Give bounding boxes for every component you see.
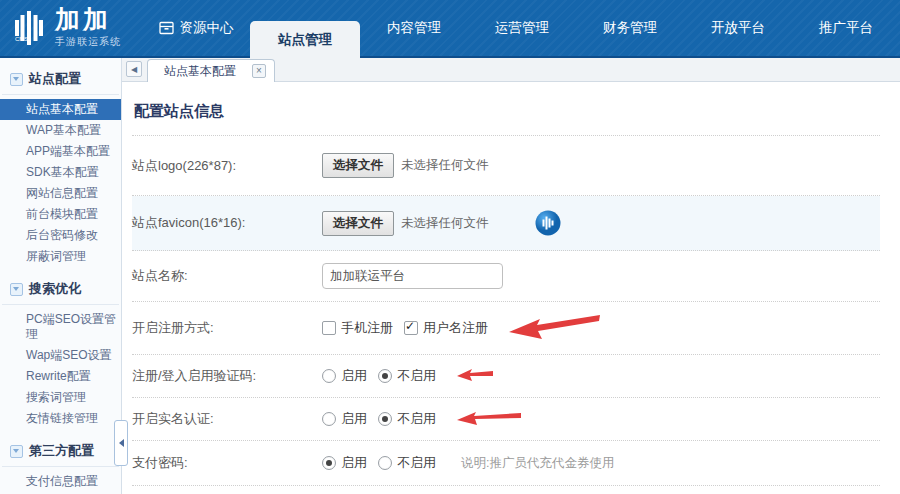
checkbox-option[interactable]: 用户名注册	[404, 319, 488, 337]
choose-file-button[interactable]: 选择文件	[322, 211, 394, 236]
sidebar: 站点配置站点基本配置WAP基本配置APP端基本配置SDK基本配置网站信息配置前台…	[0, 58, 122, 494]
logo-icon: CMS	[10, 8, 48, 48]
page-title: 配置站点信息	[134, 102, 880, 121]
form-row: 站点名称:	[132, 251, 880, 302]
radio-icon[interactable]	[378, 369, 392, 383]
top-nav-label: 站点管理	[278, 31, 332, 49]
field-label: 注册/登入启用验证码:	[132, 367, 322, 385]
logo-badge: CMS	[15, 36, 28, 42]
option-label: 用户名注册	[423, 319, 488, 337]
field-note: 说明:推广员代充代金券使用	[461, 455, 614, 472]
sidebar-section-title: 第三方配置	[29, 442, 94, 460]
top-nav-label: 财务管理	[603, 19, 657, 37]
sidebar-item[interactable]: 搜索词管理	[0, 387, 121, 408]
sidebar-item[interactable]: WAP基本配置	[0, 120, 121, 141]
top-nav-item-5[interactable]: 财务管理	[576, 0, 684, 56]
option-label: 启用	[341, 367, 367, 385]
radio-icon[interactable]	[322, 412, 336, 426]
sidebar-item[interactable]: 站点基本配置	[0, 99, 121, 120]
sidebar-item[interactable]: Rewrite配置	[0, 366, 121, 387]
field-controls: 手机注册用户名注册	[322, 315, 602, 341]
section-collapse-icon	[10, 445, 23, 458]
sidebar-collapse-handle[interactable]	[114, 420, 128, 466]
tab-scroll-back-icon[interactable]: ◀	[126, 61, 142, 77]
close-icon[interactable]: ×	[252, 64, 266, 78]
checkbox-option[interactable]: 手机注册	[322, 319, 393, 337]
config-form: 站点logo(226*87):选择文件未选择任何文件站点favicon(16*1…	[132, 135, 880, 494]
sidebar-section-items: PC端SEO设置管理Wap端SEO设置Rewrite配置搜索词管理友情链接管理	[0, 309, 121, 429]
sidebar-section-header[interactable]: 第三方配置	[2, 437, 119, 467]
radio-icon[interactable]	[378, 412, 392, 426]
radio-option[interactable]: 启用	[322, 454, 367, 472]
tab-strip: ◀ 站点基本配置 ×	[122, 58, 900, 82]
annotation-arrow-icon	[455, 409, 523, 425]
form-row: 站点logo(226*87):选择文件未选择任何文件	[132, 135, 880, 196]
field-controls: 启用不启用	[322, 410, 523, 428]
logo-subtitle: 手游联运系统	[55, 35, 121, 49]
form-row: 站点favicon(16*16):选择文件未选择任何文件	[132, 196, 880, 251]
section-collapse-icon	[10, 73, 23, 86]
logo: CMS 加加 手游联运系统	[0, 0, 142, 56]
sidebar-section-header[interactable]: 搜索优化	[2, 275, 119, 305]
field-label: 开启注册方式:	[132, 319, 322, 337]
sidebar-section-items: 支付信息配置短信信息配置发送邮件配置Ucenter配置	[0, 471, 121, 494]
sidebar-item[interactable]: 屏蔽词管理	[0, 246, 121, 267]
radio-icon[interactable]	[378, 456, 392, 470]
annotation-arrow-icon	[507, 313, 602, 339]
favicon-preview	[535, 210, 561, 236]
radio-option[interactable]: 不启用	[378, 454, 436, 472]
section-collapse-icon	[10, 283, 23, 296]
form-row: 开启实名认证:启用不启用	[132, 398, 880, 441]
field-controls: 启用不启用说明:推广员代充代金券使用	[322, 454, 614, 472]
sidebar-item[interactable]: 前台模块配置	[0, 204, 121, 225]
field-label: 站点logo(226*87):	[132, 157, 322, 175]
sidebar-section-header[interactable]: 站点配置	[2, 65, 119, 95]
option-label: 不启用	[397, 410, 436, 428]
sidebar-item[interactable]: 后台密码修改	[0, 225, 121, 246]
radio-option[interactable]: 启用	[322, 367, 367, 385]
radio-icon[interactable]	[322, 456, 336, 470]
top-nav-item-3[interactable]: 内容管理	[360, 0, 468, 56]
choose-file-button[interactable]: 选择文件	[322, 153, 394, 178]
option-label: 不启用	[397, 454, 436, 472]
field-controls: 选择文件未选择任何文件	[322, 210, 561, 236]
top-nav-item-2[interactable]: 站点管理	[250, 21, 360, 58]
content-panel: 配置站点信息 站点logo(226*87):选择文件未选择任何文件站点favic…	[122, 82, 900, 494]
field-controls	[322, 263, 503, 289]
sidebar-item[interactable]: 网站信息配置	[0, 183, 121, 204]
sidebar-section-title: 站点配置	[29, 70, 81, 88]
field-label: 开启实名认证:	[132, 410, 322, 428]
top-header: CMS 加加 手游联运系统 资源中心站点管理内容管理运营管理财务管理开放平台推广…	[0, 0, 900, 58]
form-row: 注册/登入启用验证码:启用不启用	[132, 355, 880, 398]
sidebar-item[interactable]: 友情链接管理	[0, 408, 121, 429]
radio-icon[interactable]	[322, 369, 336, 383]
radio-option[interactable]: 不启用	[378, 367, 436, 385]
field-label: 站点名称:	[132, 267, 322, 285]
sidebar-item[interactable]: Wap端SEO设置	[0, 345, 121, 366]
tab-site-basic-config[interactable]: 站点基本配置 ×	[147, 59, 275, 82]
collapse-arrow-icon	[119, 439, 124, 447]
radio-option[interactable]: 启用	[322, 410, 367, 428]
sidebar-item[interactable]: PC端SEO设置管理	[0, 309, 121, 345]
top-nav: 资源中心站点管理内容管理运营管理财务管理开放平台推广平台	[142, 0, 900, 56]
sidebar-item[interactable]: 支付信息配置	[0, 471, 121, 492]
sidebar-section-title: 搜索优化	[29, 280, 81, 298]
top-nav-item-4[interactable]: 运营管理	[468, 0, 576, 56]
text-input[interactable]	[322, 263, 503, 289]
app-window: CMS 加加 手游联运系统 资源中心站点管理内容管理运营管理财务管理开放平台推广…	[0, 0, 900, 494]
sidebar-item[interactable]: APP端基本配置	[0, 141, 121, 162]
top-nav-label: 资源中心	[180, 19, 234, 37]
option-label: 启用	[341, 454, 367, 472]
checkbox-icon[interactable]	[322, 321, 336, 335]
top-nav-item-1[interactable]: 资源中心	[142, 0, 250, 56]
checkbox-icon[interactable]	[404, 321, 418, 335]
logo-title: 加加	[55, 7, 121, 32]
field-label: 站点favicon(16*16):	[132, 214, 322, 232]
radio-option[interactable]: 不启用	[378, 410, 436, 428]
top-nav-item-7[interactable]: 推广平台	[792, 0, 900, 56]
sidebar-item[interactable]: SDK基本配置	[0, 162, 121, 183]
form-row: 支付密码:启用不启用说明:推广员代充代金券使用	[132, 441, 880, 486]
tab-label: 站点基本配置	[164, 63, 236, 80]
top-nav-item-6[interactable]: 开放平台	[684, 0, 792, 56]
file-status-text: 未选择任何文件	[401, 215, 489, 232]
